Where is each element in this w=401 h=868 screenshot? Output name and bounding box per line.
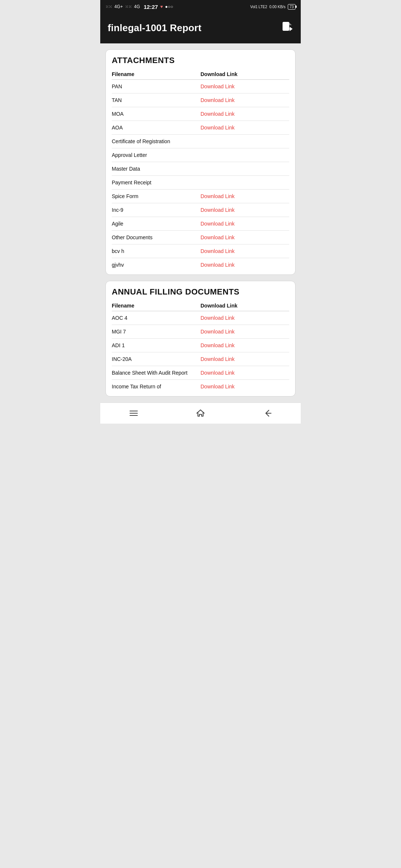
time-label: 12:27 bbox=[144, 4, 158, 10]
attachment-filename: Agile bbox=[112, 217, 200, 231]
annual-filling-card: ANNUAL FILLING DOCUMENTS Filename Downlo… bbox=[105, 281, 296, 397]
battery-indicator: 73 bbox=[288, 4, 296, 10]
annual-download-cell[interactable]: Download Link bbox=[200, 366, 289, 380]
attachment-filename: MOA bbox=[112, 107, 200, 121]
status-left: ⁙⁙ 4G+ ⁙⁙ 4G 12:27 ♥ ●○○ bbox=[105, 4, 173, 10]
annual-filename: ADI 1 bbox=[112, 339, 200, 352]
attachment-filename: Approval Letter bbox=[112, 148, 200, 162]
annual-col-filename: Filename bbox=[112, 300, 200, 311]
speed-label: 0.00 KB/s bbox=[270, 5, 286, 9]
annual-filename: Income Tax Return of bbox=[112, 380, 200, 394]
export-icon[interactable] bbox=[281, 21, 293, 35]
attachment-download-link[interactable]: Download Link bbox=[200, 125, 235, 131]
annual-filling-table: Filename Download Link AOC 4Download Lin… bbox=[112, 300, 289, 393]
annual-download-link[interactable]: Download Link bbox=[200, 356, 235, 362]
attachment-filename: Other Documents bbox=[112, 231, 200, 244]
attachment-filename: Payment Receipt bbox=[112, 176, 200, 190]
attachment-download-cell bbox=[200, 148, 289, 162]
attachment-row: MOADownload Link bbox=[112, 107, 289, 121]
attachment-row: Master Data bbox=[112, 162, 289, 176]
attachment-row: Inc-9Download Link bbox=[112, 203, 289, 217]
attachment-filename: TAN bbox=[112, 93, 200, 107]
annual-download-cell[interactable]: Download Link bbox=[200, 325, 289, 339]
annual-download-cell[interactable]: Download Link bbox=[200, 339, 289, 352]
annual-row: AOC 4Download Link bbox=[112, 311, 289, 325]
app-header: finlegal-1001 Report bbox=[100, 13, 301, 43]
network1-label: 4G+ bbox=[114, 4, 123, 9]
attachment-filename: Spice Form bbox=[112, 190, 200, 203]
home-nav-button[interactable] bbox=[195, 408, 206, 418]
attachment-download-link[interactable]: Download Link bbox=[200, 248, 235, 254]
annual-filling-title: ANNUAL FILLING DOCUMENTS bbox=[112, 287, 289, 297]
svg-rect-0 bbox=[283, 22, 289, 30]
attachment-download-cell[interactable]: Download Link bbox=[200, 107, 289, 121]
attachment-download-cell[interactable]: Download Link bbox=[200, 203, 289, 217]
attachment-download-link[interactable]: Download Link bbox=[200, 193, 235, 199]
annual-filename: AOC 4 bbox=[112, 311, 200, 325]
annual-download-link[interactable]: Download Link bbox=[200, 384, 235, 389]
annual-download-link[interactable]: Download Link bbox=[200, 342, 235, 348]
attachment-download-link[interactable]: Download Link bbox=[200, 234, 235, 240]
wifi-icon: ●○○ bbox=[165, 4, 173, 9]
attachment-filename: gjvhv bbox=[112, 258, 200, 272]
annual-filename: Balance Sheet With Audit Report bbox=[112, 366, 200, 380]
annual-filename: INC-20A bbox=[112, 352, 200, 366]
annual-download-link[interactable]: Download Link bbox=[200, 315, 235, 321]
attachment-filename: AOA bbox=[112, 121, 200, 135]
annual-col-download: Download Link bbox=[200, 300, 289, 311]
annual-download-cell[interactable]: Download Link bbox=[200, 352, 289, 366]
main-content: ATTACHMENTS Filename Download Link PANDo… bbox=[100, 43, 301, 402]
attachment-row: gjvhvDownload Link bbox=[112, 258, 289, 272]
attachment-download-link[interactable]: Download Link bbox=[200, 207, 235, 213]
attachment-filename: bcv h bbox=[112, 244, 200, 258]
attachments-col-filename: Filename bbox=[112, 69, 200, 80]
attachment-row: Certificate of Registration bbox=[112, 135, 289, 148]
attachment-download-link[interactable]: Download Link bbox=[200, 221, 235, 227]
attachment-download-link[interactable]: Download Link bbox=[200, 97, 235, 103]
attachment-download-cell bbox=[200, 162, 289, 176]
attachment-download-cell[interactable]: Download Link bbox=[200, 258, 289, 272]
annual-row: ADI 1Download Link bbox=[112, 339, 289, 352]
attachment-row: Other DocumentsDownload Link bbox=[112, 231, 289, 244]
attachment-download-cell bbox=[200, 176, 289, 190]
attachments-table: Filename Download Link PANDownload LinkT… bbox=[112, 69, 289, 272]
attachment-download-cell[interactable]: Download Link bbox=[200, 231, 289, 244]
annual-download-cell[interactable]: Download Link bbox=[200, 311, 289, 325]
attachment-download-cell[interactable]: Download Link bbox=[200, 93, 289, 107]
attachment-download-cell[interactable]: Download Link bbox=[200, 80, 289, 93]
attachment-row: Payment Receipt bbox=[112, 176, 289, 190]
annual-download-cell[interactable]: Download Link bbox=[200, 380, 289, 394]
attachment-row: AgileDownload Link bbox=[112, 217, 289, 231]
attachment-download-cell[interactable]: Download Link bbox=[200, 244, 289, 258]
menu-nav-button[interactable] bbox=[128, 408, 139, 418]
attachment-row: Spice FormDownload Link bbox=[112, 190, 289, 203]
attachment-download-cell bbox=[200, 135, 289, 148]
svg-marker-1 bbox=[289, 22, 292, 25]
attachments-title: ATTACHMENTS bbox=[112, 56, 289, 65]
annual-download-link[interactable]: Download Link bbox=[200, 370, 235, 376]
network2-label: 4G bbox=[134, 4, 140, 9]
attachment-filename: Certificate of Registration bbox=[112, 135, 200, 148]
attachments-col-download: Download Link bbox=[200, 69, 289, 80]
attachment-download-cell[interactable]: Download Link bbox=[200, 121, 289, 135]
attachment-download-link[interactable]: Download Link bbox=[200, 83, 235, 89]
attachment-row: TANDownload Link bbox=[112, 93, 289, 107]
attachment-download-cell[interactable]: Download Link bbox=[200, 217, 289, 231]
page-title: finlegal-1001 Report bbox=[108, 22, 202, 34]
attachment-download-link[interactable]: Download Link bbox=[200, 111, 235, 117]
bottom-navigation bbox=[100, 402, 301, 424]
attachment-download-cell[interactable]: Download Link bbox=[200, 190, 289, 203]
annual-download-link[interactable]: Download Link bbox=[200, 329, 235, 335]
back-nav-button[interactable] bbox=[262, 408, 273, 418]
attachments-card: ATTACHMENTS Filename Download Link PANDo… bbox=[105, 49, 296, 275]
attachment-row: PANDownload Link bbox=[112, 80, 289, 93]
attachment-filename: Inc-9 bbox=[112, 203, 200, 217]
attachment-row: Approval Letter bbox=[112, 148, 289, 162]
annual-row: Income Tax Return ofDownload Link bbox=[112, 380, 289, 394]
attachment-filename: PAN bbox=[112, 80, 200, 93]
attachment-download-link[interactable]: Download Link bbox=[200, 262, 235, 268]
attachment-filename: Master Data bbox=[112, 162, 200, 176]
annual-row: MGI 7Download Link bbox=[112, 325, 289, 339]
attachment-row: AOADownload Link bbox=[112, 121, 289, 135]
signal1-icon: ⁙⁙ bbox=[105, 4, 112, 9]
